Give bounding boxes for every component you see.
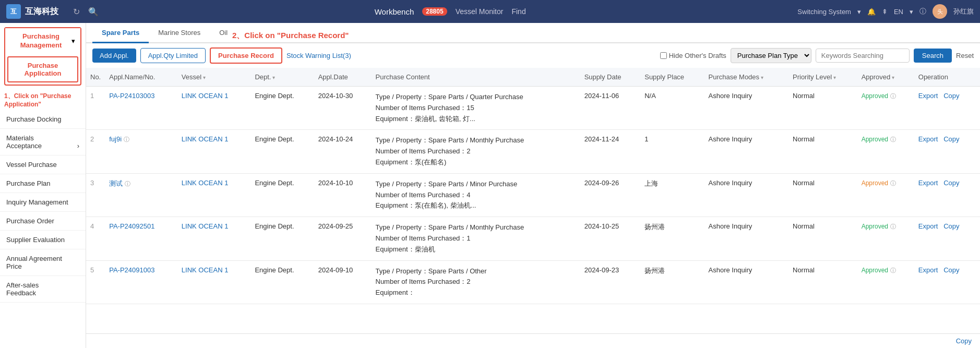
content-type-1: Type / Property：Spare Parts / Monthly Pu… bbox=[376, 135, 576, 146]
sidebar-item-purchase-order[interactable]: Purchase Order bbox=[0, 212, 86, 231]
sidebar-item-inquiry-management[interactable]: Inquiry Management bbox=[0, 193, 86, 212]
copy-link-1[interactable]: Copy bbox=[943, 135, 959, 143]
sidebar-purchasing-header[interactable]: PurchasingManagement ▾ bbox=[5, 28, 80, 54]
th-vessel[interactable]: Vessel bbox=[177, 68, 251, 87]
copy-link-4[interactable]: Copy bbox=[943, 266, 959, 274]
add-appl-button[interactable]: Add Appl. bbox=[92, 49, 136, 63]
tab-marine-stores-label: Marine Stores bbox=[158, 29, 200, 37]
back-icon[interactable]: ↻ bbox=[73, 7, 80, 17]
search-icon[interactable]: 🔍 bbox=[88, 7, 99, 17]
purchase-plan-type-select[interactable]: Purchase Plan Type bbox=[731, 48, 811, 63]
th-dept[interactable]: Dept. bbox=[250, 68, 314, 87]
cell-dept-3: Engine Dept. bbox=[250, 217, 314, 260]
th-purchase-modes[interactable]: Purchase Modes bbox=[704, 68, 788, 87]
appl-name-link-1[interactable]: fuj9i bbox=[109, 135, 122, 143]
footer-copy-link[interactable]: Copy bbox=[956, 337, 972, 345]
sidebar-item-materials-acceptance[interactable]: MaterialsAcceptance › bbox=[0, 129, 86, 155]
approved-icon-2[interactable]: ⓘ bbox=[890, 180, 896, 186]
table-container: No. Appl.Name/No. Vessel Dept. Appl.Date… bbox=[86, 68, 980, 333]
instruction-2-text: 2、Click on "Purchase Record" bbox=[232, 31, 349, 41]
cell-appl-name-1: fuj9i ⓘ bbox=[105, 130, 177, 173]
cell-vessel-4: LINK OCEAN 1 bbox=[177, 260, 251, 304]
appl-name-link-2[interactable]: 测试 bbox=[109, 179, 123, 187]
help-icon[interactable]: ⓘ bbox=[919, 7, 926, 16]
copy-link-0[interactable]: Copy bbox=[943, 92, 959, 100]
sidebar-item-purchase-application[interactable]: PurchaseApplication bbox=[7, 56, 78, 82]
reset-button[interactable]: Reset bbox=[956, 52, 974, 59]
sidebar-inquiry-management-label: Inquiry Management bbox=[6, 198, 68, 206]
switching-system-label[interactable]: Switching System bbox=[797, 8, 851, 16]
sidebar-item-supplier-evaluation[interactable]: Supplier Evaluation bbox=[0, 231, 86, 249]
cell-operation-2: Export Copy bbox=[914, 173, 980, 217]
th-priority-level[interactable]: Priority Level bbox=[788, 68, 857, 87]
appl-name-icon-2: ⓘ bbox=[125, 181, 130, 187]
stock-warning-list-button[interactable]: Stock Warning List(3) bbox=[286, 52, 351, 59]
tab-spare-parts[interactable]: Spare Parts bbox=[92, 23, 149, 43]
logo-area: 互 互海科技 bbox=[6, 4, 58, 19]
purchasing-management-section: PurchasingManagement ▾ PurchaseApplicati… bbox=[4, 27, 81, 86]
purchase-record-button[interactable]: Purchase Record bbox=[210, 47, 282, 64]
vessel-link-0[interactable]: LINK OCEAN 1 bbox=[182, 92, 229, 100]
sidebar-after-sales-feedback-label: After-salesFeedback bbox=[6, 281, 39, 297]
hide-other-drafts-text: Hide Other's Drafts bbox=[669, 52, 726, 59]
instruction-1-text: 1、Click on "Purchase Application" bbox=[0, 90, 86, 110]
copy-link-2[interactable]: Copy bbox=[943, 179, 959, 187]
vessel-link-3[interactable]: LINK OCEAN 1 bbox=[182, 222, 229, 230]
cell-approved-2: Approved ⓘ bbox=[857, 173, 914, 217]
sidebar-item-purchase-docking[interactable]: Purchase Docking bbox=[0, 110, 86, 129]
export-link-2[interactable]: Export bbox=[918, 179, 938, 187]
copy-link-3[interactable]: Copy bbox=[943, 222, 959, 230]
content-equip-3: Equipment：柴油机 bbox=[376, 244, 576, 255]
export-link-4[interactable]: Export bbox=[918, 266, 938, 274]
notification-icon[interactable]: 🔔 bbox=[867, 8, 876, 16]
approved-status-2: Approved bbox=[862, 179, 888, 187]
keywords-search-input[interactable] bbox=[816, 49, 910, 63]
cell-operation-4: Export Copy bbox=[914, 260, 980, 304]
cell-purchase-modes-2: Ashore Inquiry bbox=[704, 173, 788, 217]
table-row: 1 PA-P24103003 LINK OCEAN 1 Engine Dept.… bbox=[86, 87, 980, 130]
avatar[interactable]: 头 bbox=[933, 4, 947, 19]
sidebar-item-purchase-plan[interactable]: Purchase Plan bbox=[0, 174, 86, 193]
cell-no-3: 4 bbox=[86, 217, 105, 260]
export-link-0[interactable]: Export bbox=[918, 92, 938, 100]
th-approved[interactable]: Approved bbox=[857, 68, 914, 87]
vessel-monitor-link[interactable]: Vessel Monitor bbox=[456, 7, 504, 16]
export-link-1[interactable]: Export bbox=[918, 135, 938, 143]
approved-icon-3[interactable]: ⓘ bbox=[890, 223, 896, 230]
cell-vessel-2: LINK OCEAN 1 bbox=[177, 173, 251, 217]
sidebar-item-after-sales-feedback[interactable]: After-salesFeedback bbox=[0, 276, 86, 303]
hide-other-drafts-label: Hide Other's Drafts bbox=[660, 52, 726, 59]
vessel-link-1[interactable]: LINK OCEAN 1 bbox=[182, 135, 229, 143]
tab-marine-stores[interactable]: Marine Stores bbox=[149, 23, 210, 43]
lang-label[interactable]: EN bbox=[894, 8, 903, 16]
cell-purchase-content-1: Type / Property：Spare Parts / Monthly Pu… bbox=[372, 130, 580, 173]
vessel-link-4[interactable]: LINK OCEAN 1 bbox=[182, 266, 229, 274]
appl-name-link-0[interactable]: PA-P24103003 bbox=[109, 92, 154, 100]
search-button[interactable]: Search bbox=[914, 49, 952, 63]
approved-icon-4[interactable]: ⓘ bbox=[890, 267, 896, 273]
table-row: 5 PA-P24091003 LINK OCEAN 1 Engine Dept.… bbox=[86, 260, 980, 304]
export-link-3[interactable]: Export bbox=[918, 222, 938, 230]
cell-approved-0: Approved ⓘ bbox=[857, 87, 914, 130]
appl-name-link-4[interactable]: PA-P24091003 bbox=[109, 266, 154, 274]
approved-icon-0[interactable]: ⓘ bbox=[890, 93, 896, 99]
sidebar-item-annual-agreement-price[interactable]: Annual AgreementPrice bbox=[0, 249, 86, 276]
sidebar-purchase-application-label: PurchaseApplication bbox=[25, 62, 62, 77]
appl-name-link-3[interactable]: PA-P24092501 bbox=[109, 222, 154, 230]
sidebar-item-vessel-purchase[interactable]: Vessel Purchase bbox=[0, 155, 86, 174]
cell-purchase-content-3: Type / Property：Spare Parts / Monthly Pu… bbox=[372, 217, 580, 260]
footer: Copy bbox=[86, 333, 980, 348]
approved-status-3: Approved bbox=[862, 223, 888, 230]
approved-status-0: Approved bbox=[862, 92, 888, 100]
appl-qty-limited-button[interactable]: Appl.Qty Limited bbox=[140, 48, 206, 63]
workbench-label[interactable]: Workbench bbox=[375, 7, 414, 16]
hide-other-drafts-checkbox[interactable] bbox=[660, 52, 667, 59]
cell-priority-level-3: Normal bbox=[788, 217, 857, 260]
content-equip-4: Equipment： bbox=[376, 287, 576, 298]
expand-icon[interactable]: ⇞ bbox=[882, 8, 888, 16]
cell-supply-place-2: 上海 bbox=[640, 173, 704, 217]
vessel-link-2[interactable]: LINK OCEAN 1 bbox=[182, 179, 229, 187]
approved-icon-1[interactable]: ⓘ bbox=[890, 136, 896, 142]
find-link[interactable]: Find bbox=[511, 7, 525, 16]
th-supply-date: Supply Date bbox=[580, 68, 641, 87]
